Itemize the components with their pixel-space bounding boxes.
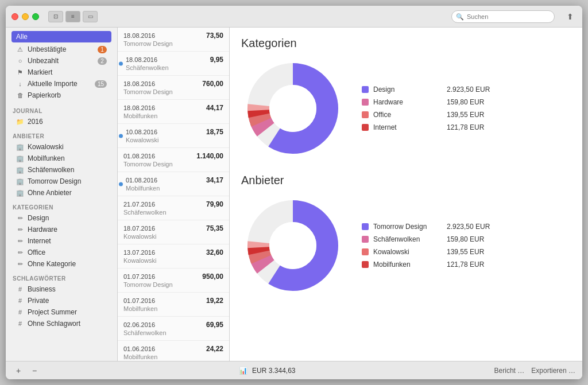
legend-value: 139,55 EUR bbox=[447, 248, 484, 256]
sidebar-item-ohne-schlagwort[interactable]: # Ohne Schlagwort bbox=[9, 318, 114, 329]
transaction-date: 01.06.2016 bbox=[123, 345, 155, 352]
sidebar-item-unbestaetigt[interactable]: ⚠ Unbestätigte 1 bbox=[9, 44, 114, 55]
transaction-item[interactable]: 18.08.201644,17Mobilfunken bbox=[118, 100, 229, 124]
sidebar-item-ohne-anbieter[interactable]: 🏢 Ohne Anbieter bbox=[9, 187, 114, 199]
remove-button[interactable]: − bbox=[29, 365, 40, 376]
fullscreen-button[interactable] bbox=[32, 13, 39, 20]
transaction-item[interactable]: 18.07.201675,35Kowalowski bbox=[118, 220, 229, 244]
sidebar-item-kowalowski[interactable]: 🏢 Kowalowski bbox=[9, 141, 114, 153]
legend-item: Design2.923,50 EUR bbox=[362, 85, 490, 94]
transaction-item[interactable]: 21.07.201679,90Schäfenwolken bbox=[118, 196, 229, 220]
transaction-item[interactable]: 13.07.201632,60Kowalowski bbox=[118, 244, 229, 269]
sidebar-toggle-button[interactable]: ⊡ bbox=[48, 11, 63, 22]
sidebar-item-markiert[interactable]: ⚑ Markiert bbox=[9, 67, 114, 78]
search-input[interactable] bbox=[451, 10, 555, 23]
tag-hash-icon: # bbox=[16, 285, 24, 293]
legend-label: Tomorrow Design bbox=[373, 223, 442, 231]
transaction-vendor: Tomorrow Design bbox=[123, 88, 223, 95]
legend-value: 2.923,50 EUR bbox=[447, 85, 490, 94]
transaction-vendor: Kowalowski bbox=[123, 257, 223, 264]
minimize-button[interactable] bbox=[22, 13, 29, 20]
bottom-left-actions: + − bbox=[13, 365, 40, 376]
transaction-amount: 79,90 bbox=[206, 200, 223, 208]
sidebar-item-papierkorb[interactable]: 🗑 Papierkorb bbox=[9, 90, 114, 101]
transaction-vendor: Kowalowski bbox=[123, 233, 223, 240]
tag-hash-icon: # bbox=[16, 308, 24, 316]
transaction-dot bbox=[119, 182, 123, 186]
legend-color-dot bbox=[362, 223, 369, 230]
transaction-date: 18.08.2016 bbox=[123, 104, 155, 111]
transaction-item[interactable]: 18.08.201673,50Tomorrow Design bbox=[118, 28, 229, 52]
sidebar-item-ohne-kategorie[interactable]: ✏ Ohne Kategorie bbox=[9, 258, 114, 270]
close-button[interactable] bbox=[11, 13, 18, 20]
transaction-date: 18.08.2016 bbox=[123, 32, 155, 39]
legend-color-dot bbox=[362, 124, 369, 131]
anbieter-chart-section: Anbieter Tomorrow Design2.923,50 EURSchä… bbox=[241, 174, 571, 297]
sidebar-item-schaefenwolken[interactable]: 🏢 Schäfenwolken bbox=[9, 164, 114, 176]
sidebar-item-alle[interactable]: Alle bbox=[11, 31, 111, 42]
transaction-vendor: Schäfenwolken bbox=[123, 209, 223, 216]
bottom-center: 📊 EUR 3.344,63 bbox=[40, 367, 494, 375]
journal-header: JOURNAL bbox=[6, 102, 117, 116]
sidebar-item-unbezahlt[interactable]: ○ Unbezahlt 2 bbox=[9, 55, 114, 67]
transaction-dot bbox=[119, 61, 123, 65]
sidebar-item-private[interactable]: # Private bbox=[9, 295, 114, 306]
legend-item: Hardware159,80 EUR bbox=[362, 98, 490, 106]
transaction-item[interactable]: 01.07.201619,22Mobilfunken bbox=[118, 293, 229, 317]
transaction-item[interactable]: 01.07.2016950,00Tomorrow Design bbox=[118, 269, 229, 293]
sidebar-item-office[interactable]: ✏ Office bbox=[9, 247, 114, 258]
sidebar-item-tomorrow-design[interactable]: 🏢 Tomorrow Design bbox=[9, 176, 114, 187]
legend-item: Office139,55 EUR bbox=[362, 111, 490, 119]
transaction-amount: 73,50 bbox=[206, 32, 223, 40]
sidebar-item-internet[interactable]: ✏ Internet bbox=[9, 235, 114, 247]
sidebar-item-hardware[interactable]: ✏ Hardware bbox=[9, 224, 114, 235]
sidebar-item-business[interactable]: # Business bbox=[9, 283, 114, 295]
legend-item: Schäfenwolken159,80 EUR bbox=[362, 235, 490, 243]
traffic-lights bbox=[11, 13, 39, 20]
exportieren-button[interactable]: Exportieren … bbox=[531, 367, 575, 375]
transaction-amount: 69,95 bbox=[206, 321, 223, 329]
transaction-amount: 24,22 bbox=[206, 345, 223, 353]
transaction-vendor: Schäfenwolken bbox=[123, 329, 223, 336]
legend-label: Mobilfunken bbox=[373, 260, 442, 269]
sidebar-item-mobilfunken[interactable]: 🏢 Mobilfunken bbox=[9, 153, 114, 164]
sidebar-item-project-summer[interactable]: # Project Summer bbox=[9, 306, 114, 318]
split-view-button[interactable]: ▭ bbox=[83, 11, 98, 22]
kategorien-title: Kategorien bbox=[241, 37, 571, 50]
share-icon[interactable]: ⬆ bbox=[564, 10, 577, 23]
app-window: ⊡ ≡ ▭ 🔍 ⬆ Alle ⚠ Unbestä bbox=[6, 6, 582, 379]
legend-item: Internet121,78 EUR bbox=[362, 123, 490, 131]
transaction-item[interactable]: 10.08.201618,75Kowalowski bbox=[118, 124, 229, 148]
transaction-date: 01.07.2016 bbox=[123, 297, 155, 304]
transaction-vendor: Mobilfunken bbox=[123, 353, 223, 360]
transaction-amount: 950,00 bbox=[202, 273, 223, 281]
transaction-item[interactable]: 18.08.20169,95Schäfenwolken bbox=[118, 52, 229, 76]
sidebar-item-aktuelle-importe[interactable]: ↓ Aktuelle Importe 15 bbox=[9, 78, 114, 90]
sidebar-item-2016[interactable]: 📁 2016 bbox=[9, 116, 114, 127]
anbieter-title: Anbieter bbox=[241, 174, 571, 187]
view-toggle-group: ⊡ ≡ ▭ bbox=[48, 11, 98, 22]
company-icon: 🏢 bbox=[16, 143, 24, 151]
transaction-item[interactable]: 02.06.201669,95Schäfenwolken bbox=[118, 317, 229, 341]
legend-color-dot bbox=[362, 248, 369, 255]
legend-color-dot bbox=[362, 86, 369, 93]
add-button[interactable]: + bbox=[13, 365, 24, 376]
anbieter-legend: Tomorrow Design2.923,50 EURSchäfenwolken… bbox=[362, 223, 490, 269]
sidebar-item-design[interactable]: ✏ Design bbox=[9, 212, 114, 224]
tag-icon: ✏ bbox=[16, 225, 24, 234]
unbezahlt-badge: 2 bbox=[98, 57, 107, 65]
transaction-item[interactable]: 01.08.201634,17Mobilfunken bbox=[118, 172, 229, 196]
transaction-item[interactable]: 18.08.2016760,00Tomorrow Design bbox=[118, 76, 229, 100]
transaction-amount: 75,35 bbox=[206, 224, 223, 232]
chart-icon: 📊 bbox=[239, 367, 247, 375]
tag-icon: ✏ bbox=[16, 237, 24, 245]
transaction-vendor: Kowalowski bbox=[126, 137, 223, 143]
transaction-item[interactable]: 01.08.20161.140,00Tomorrow Design bbox=[118, 148, 229, 172]
bericht-button[interactable]: Bericht … bbox=[494, 367, 525, 375]
transaction-date: 01.07.2016 bbox=[123, 273, 155, 280]
list-view-button[interactable]: ≡ bbox=[65, 11, 80, 22]
svg-point-6 bbox=[269, 85, 316, 132]
transaction-item[interactable]: 01.06.201624,22Mobilfunken bbox=[118, 341, 229, 361]
kategorien-chart-container: Design2.923,50 EURHardware159,80 EUROffi… bbox=[241, 57, 571, 160]
kategorien-header: KATEGORIEN bbox=[6, 199, 117, 212]
